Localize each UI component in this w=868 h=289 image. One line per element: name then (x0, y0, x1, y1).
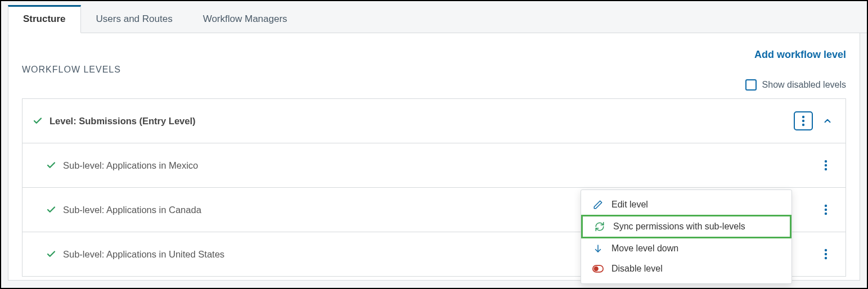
collapse-chevron-icon[interactable] (820, 113, 835, 129)
check-icon (46, 249, 56, 259)
level-label: Sub-level: Applications in United States (63, 249, 224, 260)
arrow-down-icon (592, 243, 604, 254)
svg-point-6 (825, 205, 827, 207)
menu-item-label: Disable level (611, 264, 663, 274)
menu-item-disable-level[interactable]: Disable level (581, 259, 791, 279)
tab-workflow-managers-label: Workflow Managers (203, 13, 287, 24)
sync-icon (594, 222, 605, 232)
level-actions-dropdown: Edit level Sync permissions with sub-lev… (581, 189, 792, 284)
tab-users-routes-label: Users and Routes (96, 13, 173, 24)
menu-item-label: Move level down (611, 243, 678, 254)
svg-point-14 (594, 267, 598, 271)
toggle-off-icon (592, 265, 604, 273)
level-row-main: Level: Submissions (Entry Level) (23, 99, 845, 143)
svg-point-11 (825, 257, 827, 259)
section-title: WORKFLOW LEVELS (22, 65, 121, 75)
show-disabled-row: Show disabled levels (22, 79, 846, 91)
svg-point-4 (825, 164, 827, 166)
row-actions (816, 245, 835, 264)
content-panel: WORKFLOW LEVELS Add workflow level Show … (8, 33, 860, 281)
tab-structure[interactable]: Structure (8, 5, 81, 33)
menu-item-label: Edit level (611, 200, 648, 210)
kebab-menu-button[interactable] (794, 111, 813, 130)
level-row-sub: Sub-level: Applications in Mexico (23, 143, 845, 188)
header-row: WORKFLOW LEVELS Add workflow level (22, 49, 846, 75)
kebab-menu-button[interactable] (816, 156, 835, 175)
svg-point-5 (825, 168, 827, 170)
menu-item-move-down[interactable]: Move level down (581, 238, 791, 259)
kebab-menu-button[interactable] (816, 200, 835, 219)
svg-point-9 (825, 249, 827, 251)
row-actions (816, 200, 835, 219)
tab-workflow-managers[interactable]: Workflow Managers (188, 5, 303, 33)
check-icon (46, 205, 56, 215)
show-disabled-checkbox[interactable] (745, 79, 757, 91)
tab-structure-label: Structure (23, 13, 66, 24)
level-label: Sub-level: Applications in Mexico (63, 160, 198, 171)
menu-item-label: Sync permissions with sub-levels (613, 222, 745, 232)
level-label: Sub-level: Applications in Canada (63, 205, 201, 215)
kebab-menu-button[interactable] (816, 245, 835, 264)
menu-item-sync-permissions[interactable]: Sync permissions with sub-levels (581, 215, 791, 238)
level-label: Level: Submissions (Entry Level) (50, 116, 196, 127)
add-workflow-level-link[interactable]: Add workflow level (754, 49, 846, 61)
svg-point-3 (825, 160, 827, 162)
svg-point-10 (825, 253, 827, 255)
check-icon (46, 160, 56, 170)
show-disabled-label: Show disabled levels (762, 80, 846, 90)
page: Structure Users and Routes Workflow Mana… (1, 4, 867, 281)
tabs-bar: Structure Users and Routes Workflow Mana… (8, 4, 867, 33)
row-actions (794, 111, 835, 130)
svg-point-1 (802, 120, 804, 122)
pencil-icon (592, 200, 604, 210)
svg-point-2 (802, 124, 804, 126)
svg-point-7 (825, 209, 827, 211)
menu-item-edit-level[interactable]: Edit level (581, 195, 791, 215)
tab-users-routes[interactable]: Users and Routes (81, 5, 188, 33)
svg-point-0 (802, 116, 804, 118)
check-icon (33, 116, 43, 126)
row-actions (816, 156, 835, 175)
svg-point-8 (825, 213, 827, 215)
